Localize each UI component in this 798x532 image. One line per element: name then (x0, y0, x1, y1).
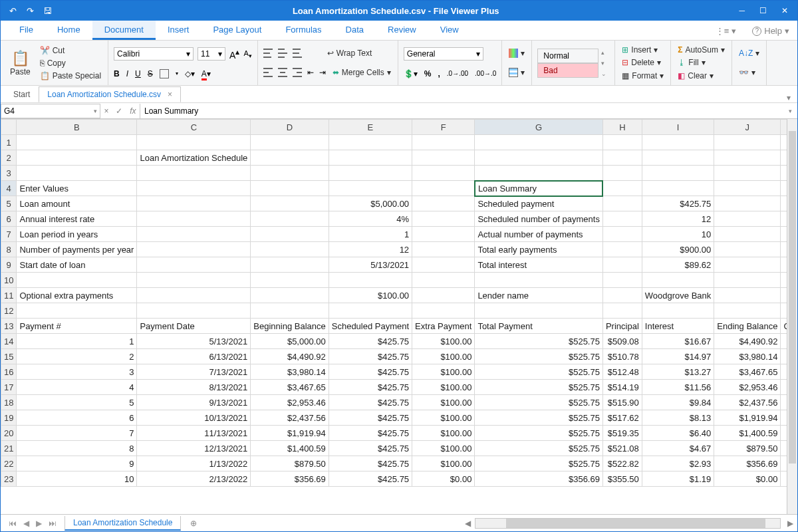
cell[interactable] (137, 273, 251, 288)
sheet-next-icon[interactable]: ▶ (36, 519, 42, 528)
cell[interactable]: 1 (17, 334, 137, 349)
row-header-14[interactable]: 14 (1, 334, 17, 349)
strikethrough-button[interactable]: S (148, 69, 153, 78)
settings-icon[interactable]: ⋮≡▾ (708, 22, 745, 40)
cell[interactable] (251, 181, 329, 196)
cell[interactable]: $425.75 (329, 410, 412, 426)
cell[interactable]: 12 (329, 242, 412, 257)
add-sheet-icon[interactable]: ⊕ (181, 519, 206, 528)
cut-button[interactable]: ✂️Cut (39, 45, 102, 56)
tab-close-icon[interactable]: × (168, 90, 172, 99)
copy-button[interactable]: ⎘Copy (39, 58, 102, 68)
cell[interactable]: 11/13/2021 (137, 426, 251, 441)
cell[interactable]: Principal (602, 319, 642, 334)
row-header-23[interactable]: 23 (1, 471, 17, 487)
cell[interactable]: Beginning Balance (251, 319, 329, 334)
cell[interactable]: $525.75 (475, 410, 603, 426)
cell[interactable] (602, 227, 642, 242)
col-header-J[interactable]: J (714, 120, 781, 135)
sort-filter-button[interactable]: A↓Z▾ (737, 48, 761, 59)
cell[interactable]: $0.00 (412, 471, 475, 487)
row-header-19[interactable]: 19 (1, 410, 17, 426)
cell[interactable] (714, 166, 781, 181)
cell[interactable]: $100.00 (412, 334, 475, 349)
cell[interactable]: $900.00 (642, 242, 714, 257)
cell[interactable]: 6 (17, 410, 137, 426)
cell[interactable] (137, 288, 251, 303)
cell[interactable]: $425.75 (329, 349, 412, 364)
cell[interactable]: $100.00 (412, 380, 475, 395)
menu-data[interactable]: Data (334, 21, 376, 40)
cell[interactable] (602, 166, 642, 181)
align-top-icon[interactable] (263, 48, 273, 59)
sheet-first-icon[interactable]: ⏮ (9, 519, 17, 528)
formula-display[interactable]: Loan Summary (140, 106, 783, 116)
cell[interactable] (602, 273, 642, 288)
row-header-2[interactable]: 2 (1, 150, 17, 166)
cell[interactable] (642, 135, 714, 150)
cell[interactable]: $100.00 (412, 364, 475, 380)
vertical-scrollbar[interactable] (787, 119, 797, 514)
cell[interactable] (412, 135, 475, 150)
styles-up-icon[interactable]: ▴ (601, 49, 606, 56)
row-header-21[interactable]: 21 (1, 441, 17, 456)
row-header-6[interactable]: 6 (1, 211, 17, 227)
cell[interactable]: Total early payments (475, 242, 603, 257)
cell[interactable] (602, 257, 642, 273)
cell[interactable]: $1,400.59 (251, 441, 329, 456)
cell[interactable] (714, 135, 781, 150)
cell[interactable]: 6/13/2021 (137, 349, 251, 364)
underline-button[interactable]: U (135, 69, 141, 78)
cell[interactable]: $1.19 (642, 471, 714, 487)
cell[interactable]: 12/13/2021 (137, 441, 251, 456)
cell[interactable] (329, 135, 412, 150)
cell[interactable]: $2,953.46 (251, 395, 329, 410)
cell[interactable]: Loan period in years (17, 227, 137, 242)
font-decrease-icon[interactable]: A▾ (243, 49, 251, 59)
cell[interactable]: $879.50 (251, 456, 329, 471)
cell[interactable]: 3 (17, 364, 137, 380)
menu-help[interactable]: ?Help ▾ (744, 22, 797, 40)
row-header-16[interactable]: 16 (1, 364, 17, 380)
sheet-prev-icon[interactable]: ◀ (23, 519, 29, 528)
cell[interactable]: Extra Payment (412, 319, 475, 334)
cell[interactable] (137, 166, 251, 181)
cell[interactable] (17, 135, 137, 150)
cell[interactable]: Ending Balance (714, 319, 781, 334)
cell[interactable] (412, 273, 475, 288)
fill-color-button[interactable]: ◇▾ (185, 69, 195, 78)
cell[interactable]: $525.75 (475, 380, 603, 395)
cell[interactable] (714, 242, 781, 257)
cell[interactable]: 7 (17, 426, 137, 441)
cell[interactable] (329, 273, 412, 288)
col-header-C[interactable]: C (137, 120, 251, 135)
cell[interactable]: $5,000.00 (251, 334, 329, 349)
paste-button[interactable]: 📋 Paste (6, 48, 35, 78)
cell[interactable]: $525.75 (475, 334, 603, 349)
merge-cells-button[interactable]: ⬌Merge Cells▾ (331, 67, 392, 78)
cell[interactable]: Optional extra payments (17, 288, 137, 303)
cell[interactable] (714, 150, 781, 166)
cell[interactable]: 8 (17, 441, 137, 456)
cell[interactable]: $510.78 (602, 349, 642, 364)
cell[interactable] (714, 288, 781, 303)
cell[interactable]: $425.75 (642, 196, 714, 211)
cell[interactable] (137, 211, 251, 227)
cell[interactable]: Payment # (17, 319, 137, 334)
row-header-1[interactable]: 1 (1, 135, 17, 150)
menu-home[interactable]: Home (45, 21, 92, 40)
styles-down-icon[interactable]: ▾ (601, 60, 606, 66)
cell[interactable]: $509.08 (602, 334, 642, 349)
cell[interactable]: Payment Date (137, 319, 251, 334)
font-size-select[interactable]: 11▾ (198, 47, 225, 61)
cell[interactable] (714, 257, 781, 273)
cell[interactable]: Total interest (475, 257, 603, 273)
align-center-icon[interactable] (278, 67, 287, 78)
cell[interactable]: $514.19 (602, 380, 642, 395)
row-header-3[interactable]: 3 (1, 166, 17, 181)
format-cells-button[interactable]: ▦Format▾ (620, 70, 665, 81)
conditional-formatting-button[interactable]: ▾ (507, 48, 526, 59)
cell[interactable]: $425.75 (329, 456, 412, 471)
cell[interactable] (251, 196, 329, 211)
cell[interactable]: $8.13 (642, 410, 714, 426)
